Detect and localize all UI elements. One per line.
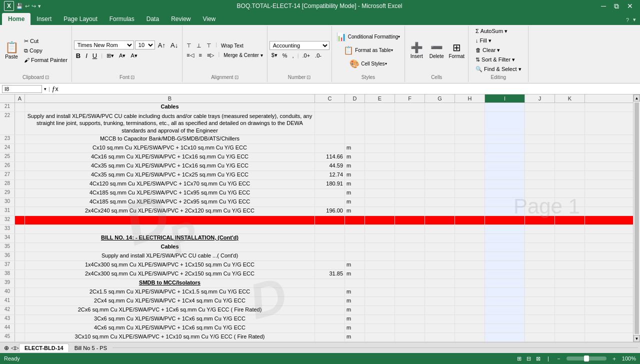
cell[interactable]: [555, 324, 585, 332]
cell[interactable]: [485, 234, 525, 242]
zoom-out[interactable]: －: [556, 355, 562, 362]
ribbon-collapse[interactable]: ▾: [631, 14, 638, 25]
minimize-button[interactable]: ─: [598, 2, 609, 10]
cell[interactable]: [485, 171, 525, 180]
cell[interactable]: [315, 198, 345, 206]
cell[interactable]: [525, 144, 555, 152]
cell[interactable]: [525, 279, 555, 288]
row-number[interactable]: 31: [0, 207, 15, 216]
cell[interactable]: [425, 306, 455, 314]
cell[interactable]: [425, 135, 455, 144]
delete-button[interactable]: ➖ Delete: [427, 41, 446, 60]
cell[interactable]: [485, 225, 525, 234]
row-number[interactable]: 28: [0, 180, 15, 188]
cell[interactable]: [455, 135, 485, 144]
col-header-b[interactable]: B: [25, 94, 315, 102]
cell[interactable]: [315, 288, 345, 296]
cell[interactable]: [425, 315, 455, 324]
cell[interactable]: 1x4Cx300 sq.mm Cu XLPE/SWA/PVC + 1Cx150 …: [25, 261, 315, 270]
cell[interactable]: 2x4Cx240 sq.mm Cu XLPE/SWA/PVC + 2Cx120 …: [25, 207, 315, 216]
cell[interactable]: [15, 153, 25, 162]
format-as-table-button[interactable]: 📋 Format as Table ▾: [341, 44, 396, 56]
cell[interactable]: 4Cx6 sq.mm Cu XLPE/SWA/PVC + 1Cx6 sq.mm …: [25, 324, 315, 332]
align-top-button[interactable]: ⊤: [184, 42, 194, 50]
percent-button[interactable]: %: [280, 52, 290, 60]
cell[interactable]: 4Cx35 sq.mm Cu XLPE/SWA/PVC + 1Cx16 sq.m…: [25, 162, 315, 170]
cell[interactable]: [425, 243, 455, 252]
font-expand[interactable]: ⊡: [130, 74, 134, 80]
cell[interactable]: [315, 216, 345, 224]
conditional-formatting-button[interactable]: 📊 Conditional Formatting ▾: [334, 30, 403, 43]
row-number[interactable]: 38: [0, 270, 15, 278]
cell[interactable]: [395, 216, 425, 224]
row-number[interactable]: 30: [0, 198, 15, 206]
qat-redo[interactable]: ↪: [32, 3, 36, 10]
cell[interactable]: [525, 261, 555, 270]
cell[interactable]: [395, 162, 425, 170]
cell[interactable]: [365, 225, 395, 234]
cell[interactable]: m: [345, 306, 365, 314]
cell[interactable]: [395, 243, 425, 252]
row-number[interactable]: 29: [0, 189, 15, 198]
scroll-thumb[interactable]: [634, 102, 639, 334]
cell[interactable]: [555, 189, 585, 198]
cell[interactable]: [425, 234, 455, 242]
cell[interactable]: m: [345, 180, 365, 188]
cell[interactable]: [525, 234, 555, 242]
cell[interactable]: [315, 103, 345, 112]
cell[interactable]: [485, 207, 525, 216]
cell[interactable]: m: [345, 297, 365, 306]
cell[interactable]: Cx10 sq.mm Cu XLPE/SWA/PVC + 1Cx10 sq.mm…: [25, 144, 315, 152]
cell[interactable]: [395, 135, 425, 144]
cell[interactable]: [365, 162, 395, 170]
cell[interactable]: [15, 103, 25, 112]
wrap-text-button[interactable]: Wrap Text: [219, 42, 246, 50]
cell[interactable]: [315, 252, 345, 260]
cell[interactable]: [455, 288, 485, 296]
font-color-button[interactable]: A▾: [128, 52, 139, 60]
cell[interactable]: [395, 252, 425, 260]
scroll-down-button[interactable]: ▼: [634, 335, 640, 342]
zoom-slider-thumb[interactable]: [584, 356, 589, 362]
cell[interactable]: [315, 112, 345, 134]
cell[interactable]: [395, 333, 425, 342]
cell[interactable]: [555, 225, 585, 234]
fill-button[interactable]: ↓ Fill ▾: [474, 36, 494, 45]
align-center-button[interactable]: ≡: [197, 51, 204, 60]
cell[interactable]: [395, 207, 425, 216]
cell[interactable]: [425, 252, 455, 260]
cell[interactable]: [555, 306, 585, 314]
cell[interactable]: Cables: [25, 103, 315, 112]
align-right-button[interactable]: ≡▷: [205, 51, 216, 60]
decrease-decimal-button[interactable]: .0-: [313, 52, 324, 60]
cell[interactable]: [365, 315, 395, 324]
cell[interactable]: [525, 225, 555, 234]
cell[interactable]: [365, 297, 395, 306]
cell[interactable]: [425, 171, 455, 180]
cell-styles-button[interactable]: 🎨 Cell Styles ▾: [347, 58, 389, 70]
cell[interactable]: 196.00: [315, 207, 345, 216]
row-number[interactable]: 34: [0, 234, 15, 242]
cell[interactable]: [555, 315, 585, 324]
cell[interactable]: [455, 252, 485, 260]
cell[interactable]: [395, 198, 425, 206]
col-header-f[interactable]: F: [395, 94, 425, 102]
cell[interactable]: [15, 112, 25, 134]
row-number[interactable]: 21: [0, 103, 15, 112]
cell[interactable]: [455, 112, 485, 134]
cell[interactable]: [455, 333, 485, 342]
tab-data[interactable]: Data: [140, 13, 165, 25]
cell[interactable]: [455, 189, 485, 198]
cell[interactable]: [365, 198, 395, 206]
cell[interactable]: [485, 112, 525, 134]
cell[interactable]: [315, 315, 345, 324]
font-name-select[interactable]: Times New Rom: [74, 40, 134, 50]
cell[interactable]: [525, 333, 555, 342]
cell[interactable]: [455, 279, 485, 288]
cell[interactable]: m: [345, 162, 365, 170]
cell[interactable]: [555, 153, 585, 162]
row-number[interactable]: 44: [0, 324, 15, 332]
cell[interactable]: [15, 189, 25, 198]
cell[interactable]: [365, 135, 395, 144]
cell[interactable]: [365, 270, 395, 278]
